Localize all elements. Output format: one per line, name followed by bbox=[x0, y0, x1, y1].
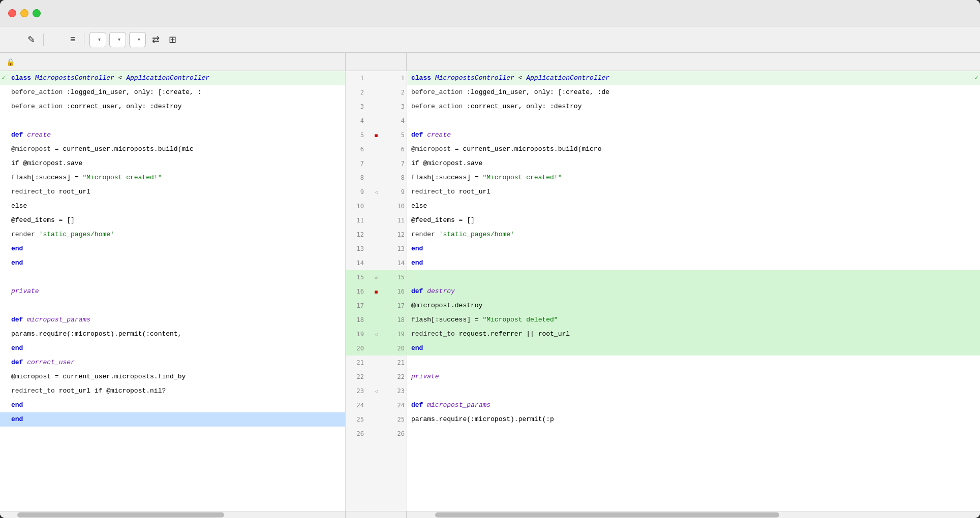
forward-button[interactable] bbox=[58, 38, 64, 42]
viewer-dropdown[interactable]: ▾ bbox=[89, 32, 106, 47]
right-line-number: 2 bbox=[388, 89, 405, 96]
right-line-number: 16 bbox=[388, 288, 405, 295]
line-content bbox=[7, 299, 19, 313]
line-content: private bbox=[407, 370, 443, 384]
line-content: def correct_user bbox=[7, 355, 79, 370]
code-line: params.require(:micropost).permit(:p bbox=[407, 412, 980, 427]
edit-button[interactable]: ✎ bbox=[24, 32, 38, 47]
left-line-number: 17 bbox=[348, 302, 364, 309]
left-line-number: 11 bbox=[348, 217, 364, 224]
left-line-number: 5 bbox=[348, 132, 364, 139]
gutter-row: 2525 bbox=[346, 412, 407, 427]
code-line: flash[:success] = "Micropost created!" bbox=[0, 171, 345, 185]
list-button[interactable]: ≡ bbox=[67, 32, 79, 47]
line-content: before_action :correct_user, only: :dest… bbox=[407, 100, 586, 114]
code-line bbox=[0, 299, 345, 313]
code-line: if @micropost.save bbox=[0, 156, 345, 171]
right-line-number: 17 bbox=[388, 302, 405, 309]
gutter-row: 1414 bbox=[346, 256, 407, 270]
line-content: else bbox=[407, 199, 431, 213]
left-line-number: 6 bbox=[348, 146, 364, 153]
line-content: render 'static_pages/home' bbox=[7, 228, 118, 242]
line-content: redirect_to root_url bbox=[407, 185, 495, 199]
gutter-icon: ◁ bbox=[371, 388, 381, 395]
line-content: def micropost_params bbox=[7, 313, 95, 327]
line-content: @micropost = current_user.microposts.bui… bbox=[7, 142, 198, 156]
columns-button[interactable]: ⊞ bbox=[166, 32, 179, 47]
lock-icon: 🔒 bbox=[6, 58, 15, 66]
left-scrollbar[interactable] bbox=[0, 511, 346, 518]
gutter-row: 1111 bbox=[346, 213, 407, 228]
left-line-number: 22 bbox=[348, 373, 364, 380]
code-line: end bbox=[0, 341, 345, 355]
left-scrollbar-thumb[interactable] bbox=[17, 512, 224, 517]
gutter-row: 16◼16 bbox=[346, 284, 407, 299]
code-line: end bbox=[407, 242, 980, 256]
line-content: flash[:success] = "Micropost created!" bbox=[407, 171, 566, 185]
close-button[interactable] bbox=[8, 9, 16, 17]
line-marker-right: ✓ bbox=[973, 71, 980, 85]
code-line: render 'static_pages/home' bbox=[0, 228, 345, 242]
line-content: if @micropost.save bbox=[407, 156, 486, 171]
up-button[interactable] bbox=[6, 38, 12, 42]
right-line-number: 26 bbox=[388, 430, 405, 437]
left-panel[interactable]: ✓class MicropostsController < Applicatio… bbox=[0, 71, 346, 511]
line-content: before_action :logged_in_user, only: [:c… bbox=[407, 85, 614, 100]
right-line-number: 3 bbox=[388, 103, 405, 110]
minimize-button[interactable] bbox=[20, 9, 28, 17]
code-line: redirect_to request.referrer || root_url bbox=[407, 327, 980, 341]
left-line-number: 18 bbox=[348, 316, 364, 323]
settings-button[interactable] bbox=[182, 38, 189, 42]
code-line bbox=[407, 384, 980, 398]
code-line: before_action :correct_user, only: :dest… bbox=[407, 100, 980, 114]
code-line: redirect_to root_url bbox=[0, 185, 345, 199]
help-button[interactable] bbox=[192, 38, 198, 42]
code-line: def destroy bbox=[407, 284, 980, 299]
line-content: params.require(:micropost).permit(:conte… bbox=[7, 327, 186, 341]
line-content bbox=[407, 355, 419, 370]
code-line: def micropost_params bbox=[0, 313, 345, 327]
left-line-number: 16 bbox=[348, 288, 364, 295]
gutter-row: 19◁19 bbox=[346, 327, 407, 341]
right-line-number: 7 bbox=[388, 160, 405, 167]
gutter-row: 44 bbox=[346, 114, 407, 128]
right-line-number: 5 bbox=[388, 132, 405, 139]
right-scrollbar-thumb[interactable] bbox=[435, 512, 779, 517]
right-panel[interactable]: class MicropostsController < Application… bbox=[407, 71, 980, 511]
right-scrollbar[interactable] bbox=[407, 511, 980, 518]
back-button[interactable] bbox=[49, 38, 55, 42]
code-line: end bbox=[0, 412, 345, 427]
line-content bbox=[407, 427, 419, 441]
left-line-number: 3 bbox=[348, 103, 364, 110]
line-content bbox=[407, 114, 419, 128]
down-button[interactable] bbox=[15, 38, 21, 42]
code-line: ✓class MicropostsController < Applicatio… bbox=[0, 71, 345, 85]
gutter-row: 77 bbox=[346, 156, 407, 171]
code-line: class MicropostsController < Application… bbox=[407, 71, 980, 85]
code-line: @micropost.destroy bbox=[407, 299, 980, 313]
code-line: flash[:success] = "Micropost deleted" bbox=[407, 313, 980, 327]
gutter-row: 11 bbox=[346, 71, 407, 85]
gutter-icon: ◁ bbox=[371, 331, 381, 338]
ignore-dropdown[interactable]: ▾ bbox=[109, 32, 126, 47]
line-content bbox=[407, 270, 419, 284]
right-line-number: 13 bbox=[388, 245, 405, 252]
line-content: flash[:success] = "Micropost created!" bbox=[7, 171, 166, 185]
traffic-lights bbox=[8, 9, 41, 17]
code-line bbox=[407, 427, 980, 441]
code-line: end bbox=[0, 398, 345, 412]
line-content bbox=[7, 270, 19, 284]
right-line-number: 19 bbox=[388, 331, 405, 338]
highlight-dropdown[interactable]: ▾ bbox=[129, 32, 146, 47]
code-line: else bbox=[407, 199, 980, 213]
transfer-button[interactable]: ⇄ bbox=[149, 32, 163, 47]
code-line: render 'static_pages/home' bbox=[407, 228, 980, 242]
gutter-icon: ◁ bbox=[371, 189, 381, 196]
line-content: class MicropostsController < Application… bbox=[407, 71, 614, 85]
code-line: redirect_to root_url bbox=[407, 185, 980, 199]
left-line-number: 8 bbox=[348, 174, 364, 181]
your-version-label bbox=[407, 53, 980, 71]
scrollbar-area[interactable] bbox=[0, 511, 980, 518]
right-line-number: 10 bbox=[388, 203, 405, 210]
maximize-button[interactable] bbox=[33, 9, 41, 17]
